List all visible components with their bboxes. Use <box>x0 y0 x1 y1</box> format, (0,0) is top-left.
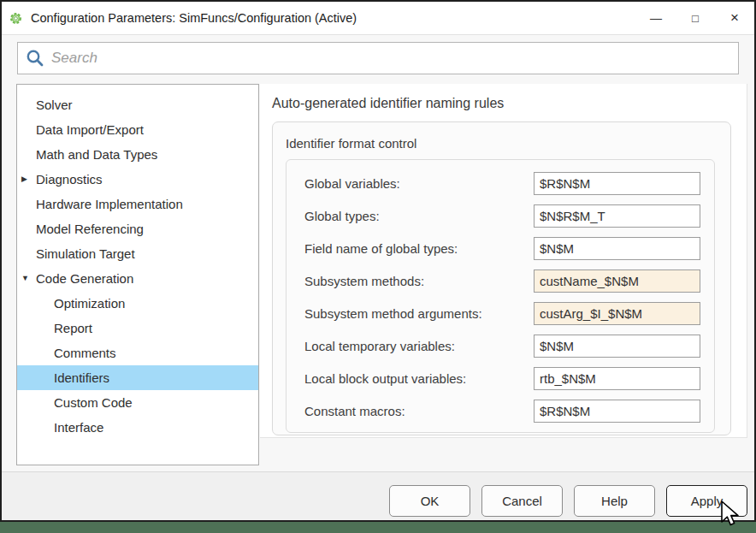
sidebar-item-data-import-export[interactable]: Data Import/Export <box>17 117 258 142</box>
titlebar: Configuration Parameters: SimFuncs/Confi… <box>2 2 754 35</box>
sidebar-item-label: Solver <box>36 92 73 117</box>
field-label: Subsystem method arguments: <box>304 306 534 321</box>
field-row: Constant macros: <box>304 400 714 423</box>
field-label: Local block output variables: <box>304 371 534 386</box>
sidebar-item-label: Custom Code <box>54 390 133 415</box>
sidebar-item-math-and-data-types[interactable]: Math and Data Types <box>17 142 258 167</box>
sidebar-item-report[interactable]: Report <box>17 316 258 341</box>
input-subsystem-method-arguments[interactable] <box>534 302 700 325</box>
sidebar-item-label: Hardware Implementation <box>36 192 183 216</box>
sidebar-item-identifiers[interactable]: Identifiers <box>17 365 258 390</box>
sidebar-item-label: Simulation Target <box>36 241 135 266</box>
field-label: Global variables: <box>304 176 534 191</box>
field-row: Global variables: <box>304 172 714 195</box>
field-label: Constant macros: <box>304 404 534 418</box>
sidebar-item-label: Data Import/Export <box>36 117 144 142</box>
input-local-temporary-variables[interactable] <box>534 335 700 358</box>
input-field-name-of-global-types[interactable] <box>534 237 700 260</box>
sidebar-item-diagnostics[interactable]: ▶ Diagnostics <box>17 167 258 192</box>
input-local-block-output-variables[interactable] <box>534 367 700 390</box>
sidebar-item-label: Optimization <box>54 291 125 316</box>
field-label: Subsystem methods: <box>304 274 534 288</box>
field-label: Field name of global types: <box>304 241 534 256</box>
page-title: Auto-generated identifier naming rules <box>272 96 504 111</box>
window-controls: — □ × <box>636 2 754 34</box>
field-label: Global types: <box>304 209 534 223</box>
sidebar-item-label: Identifiers <box>54 365 109 390</box>
sidebar-item-label: Math and Data Types <box>36 142 157 167</box>
search-bar[interactable] <box>17 42 739 74</box>
identifier-format-groupbox: Identifier format control Global variabl… <box>272 121 731 435</box>
content-pane: Auto-generated identifier naming rules I… <box>260 84 747 438</box>
sidebar-item-interface[interactable]: Interface <box>17 415 258 440</box>
group-title: Identifier format control <box>286 136 416 151</box>
sidebar-item-model-referencing[interactable]: Model Referencing <box>17 216 258 241</box>
sidebar-item-code-generation[interactable]: ▼ Code Generation <box>17 266 258 291</box>
desktop-background-strip <box>0 522 756 533</box>
sidebar-item-label: Interface <box>54 415 103 440</box>
sidebar-item-simulation-target[interactable]: Simulation Target <box>17 241 258 266</box>
search-input[interactable] <box>51 43 738 74</box>
input-global-types[interactable] <box>534 204 700 228</box>
field-row: Global types: <box>304 204 714 228</box>
configuration-parameters-dialog: Configuration Parameters: SimFuncs/Confi… <box>0 0 756 522</box>
simulink-config-gear-icon <box>9 12 22 25</box>
apply-button[interactable]: Apply <box>666 485 747 517</box>
close-button[interactable]: × <box>715 2 754 34</box>
minimize-button[interactable]: — <box>636 2 676 34</box>
sidebar-item-label: Report <box>54 316 92 341</box>
cancel-button[interactable]: Cancel <box>481 485 563 517</box>
maximize-button[interactable]: □ <box>676 2 715 34</box>
field-row: Subsystem methods: <box>304 269 714 293</box>
sidebar-item-hardware-implementation[interactable]: Hardware Implementation <box>17 192 258 216</box>
input-global-variables[interactable] <box>534 172 700 195</box>
sidebar-item-label: Code Generation <box>36 266 133 291</box>
sidebar-tree: Solver Data Import/Export Math and Data … <box>16 84 259 465</box>
sidebar-item-label: Diagnostics <box>36 167 103 192</box>
sidebar-item-label: Comments <box>54 341 116 365</box>
field-row: Field name of global types: <box>304 237 714 260</box>
chevron-collapsed-icon[interactable]: ▶ <box>21 167 36 192</box>
sidebar-item-custom-code[interactable]: Custom Code <box>17 390 258 415</box>
help-button[interactable]: Help <box>574 485 655 517</box>
field-label: Local temporary variables: <box>304 339 534 353</box>
field-row: Local temporary variables: <box>304 335 714 358</box>
sidebar-item-optimization[interactable]: Optimization <box>17 291 258 316</box>
field-row: Local block output variables: <box>304 367 714 390</box>
sidebar-item-label: Model Referencing <box>36 216 144 241</box>
sidebar-item-solver[interactable]: Solver <box>17 92 258 117</box>
sidebar-item-comments[interactable]: Comments <box>17 341 258 365</box>
window-title: Configuration Parameters: SimFuncs/Confi… <box>31 11 357 25</box>
input-constant-macros[interactable] <box>534 400 700 423</box>
footer-button-bar: OK Cancel Help Apply <box>2 471 754 520</box>
search-icon <box>26 49 44 68</box>
input-subsystem-methods[interactable] <box>534 269 700 293</box>
chevron-expanded-icon[interactable]: ▼ <box>21 266 36 291</box>
identifier-fields-panel: Global variables: Global types: Field na… <box>286 159 715 433</box>
ok-button[interactable]: OK <box>389 485 470 517</box>
field-row: Subsystem method arguments: <box>304 302 714 325</box>
